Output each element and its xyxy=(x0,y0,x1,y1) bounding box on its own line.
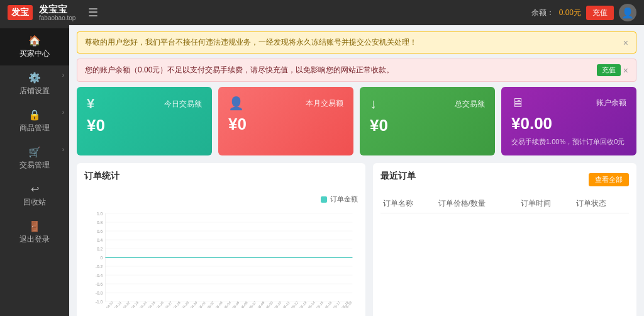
yuan-icon: ¥ xyxy=(87,96,94,112)
hamburger-icon[interactable]: ☰ xyxy=(88,6,98,20)
stat-card-header: ¥ 今日交易额 xyxy=(87,96,202,112)
legend-label: 订单金额 xyxy=(330,195,358,204)
sidebar-item-label: 回收站 xyxy=(23,197,46,208)
warning-alert: 尊敬的用户您好，我们平台不接任何违法违规业务，一经发现将永久冻结账号并提交公安机… xyxy=(77,31,636,54)
col-order-name: 订单名称 xyxy=(380,195,436,213)
orders-table: 订单名称 订单价格/数量 订单时间 订单状态 xyxy=(380,195,629,213)
total-amount: ¥0 xyxy=(370,116,485,135)
logout-icon: 🚪 xyxy=(28,220,41,232)
svg-text:0.6: 0.6 xyxy=(97,228,103,234)
chevron-right-icon: › xyxy=(62,146,64,153)
order-stats-title: 订单统计 xyxy=(84,171,119,182)
svg-text:-0.2: -0.2 xyxy=(96,263,103,269)
pink-alert: 您的账户余额（0.00元）不足以支付交易手续费，请尽快充值，以免影响您的网站正常… xyxy=(77,59,636,82)
sidebar-item-recycle[interactable]: ↩ 回收站 xyxy=(0,177,69,214)
monitor-icon: 🖥 xyxy=(511,96,524,110)
cart-icon: 🛒 xyxy=(28,146,41,158)
chart-container: 1.0 0.8 0.6 0.4 0.2 0 -0.2 -0.4 -0.6 -0.… xyxy=(84,207,358,316)
chart-legend: 订单金额 xyxy=(84,195,358,204)
balance-card-amount: ¥0.00 xyxy=(511,114,626,133)
avatar-icon: 👤 xyxy=(621,7,634,19)
col-order-time: 订单时间 xyxy=(518,195,574,213)
month-amount: ¥0 xyxy=(228,115,343,134)
svg-text:-1.0: -1.0 xyxy=(96,298,103,305)
sidebar-item-label: 退出登录 xyxy=(19,234,50,245)
stat-card-header: ↓ 总交易额 xyxy=(370,96,485,112)
sidebar-item-label: 商品管理 xyxy=(19,123,50,133)
pink-recharge-button[interactable]: 充值 xyxy=(597,64,621,76)
chevron-right-icon: › xyxy=(62,72,64,79)
chevron-right-icon: › xyxy=(62,109,64,116)
main-content: 尊敬的用户您好，我们平台不接任何违法违规业务，一经发现将永久冻结账号并提交公安机… xyxy=(69,25,644,316)
legend-dot xyxy=(321,196,327,203)
col-order-price: 订单价格/数量 xyxy=(436,195,518,213)
logo-en: fabaobao.top xyxy=(39,14,75,21)
stat-card-today: ¥ 今日交易额 ¥0 xyxy=(77,87,212,155)
recent-orders-panel: 最近订单 查看全部 订单名称 订单价格/数量 订单时间 订单状态 xyxy=(373,163,636,316)
svg-text:1.0: 1.0 xyxy=(97,210,103,217)
col-order-status: 订单状态 xyxy=(574,195,629,213)
stat-card-balance: 🖥 账户余额 ¥0.00 交易手续费1.00%，预计订单回收0元 xyxy=(501,87,636,155)
balance-card-sub: 交易手续费1.00%，预计订单回收0元 xyxy=(511,137,626,147)
svg-text:-0.6: -0.6 xyxy=(96,281,103,287)
logo-box: 发宝 xyxy=(8,5,33,20)
sidebar-item-label: 交易管理 xyxy=(19,160,50,171)
sidebar-item-label: 店铺设置 xyxy=(19,86,50,96)
svg-text:0.8: 0.8 xyxy=(97,219,103,225)
svg-text:-0.8: -0.8 xyxy=(96,290,103,296)
lock-icon: 🔒 xyxy=(28,109,41,121)
avatar[interactable]: 👤 xyxy=(619,4,636,21)
svg-text:0: 0 xyxy=(101,254,103,261)
sidebar-item-products[interactable]: 🔒 商品管理 › xyxy=(0,103,69,140)
stat-cards: ¥ 今日交易额 ¥0 👤 本月交易额 ¥0 ↓ 总交易额 ¥0 xyxy=(77,87,636,155)
panel-header: 订单统计 xyxy=(84,171,358,188)
user-icon: 👤 xyxy=(228,96,244,111)
sidebar-item-shop[interactable]: ⚙️ 店铺设置 › xyxy=(0,65,69,103)
order-chart: 1.0 0.8 0.6 0.4 0.2 0 -0.2 -0.4 -0.6 -0.… xyxy=(84,207,358,308)
stat-card-total: ↓ 总交易额 ¥0 xyxy=(360,87,495,155)
month-label: 本月交易额 xyxy=(306,98,343,109)
sidebar: 🏠 买家中心 ⚙️ 店铺设置 › 🔒 商品管理 › 🛒 交易管理 › ↩ 回收站… xyxy=(0,25,69,316)
logo-area: 发宝 发宝宝 fabaobao.top ☰ xyxy=(8,4,98,21)
recent-orders-title: 最近订单 xyxy=(380,171,416,182)
stat-card-header: 🖥 账户余额 xyxy=(511,96,626,110)
svg-text:0.4: 0.4 xyxy=(97,237,103,243)
recycle-icon: ↩ xyxy=(31,183,39,195)
bottom-panels: 订单统计 订单金额 xyxy=(77,163,636,316)
order-stats-panel: 订单统计 订单金额 xyxy=(77,163,365,316)
sidebar-item-transactions[interactable]: 🛒 交易管理 › xyxy=(0,140,69,177)
logo-icon: 发宝 xyxy=(11,7,29,18)
sidebar-item-home[interactable]: 🏠 买家中心 xyxy=(0,28,69,65)
warning-close-button[interactable]: × xyxy=(623,38,628,48)
recharge-button[interactable]: 充值 xyxy=(586,6,614,20)
gear-icon: ⚙️ xyxy=(28,72,41,84)
logo-name: 发宝宝 fabaobao.top xyxy=(39,4,75,21)
pink-alert-text: 您的账户余额（0.00元）不足以支付交易手续费，请尽快充值，以免影响您的网站正常… xyxy=(85,65,394,76)
sidebar-item-label: 买家中心 xyxy=(19,48,50,59)
today-amount: ¥0 xyxy=(87,116,202,135)
pink-close-button[interactable]: × xyxy=(623,65,628,76)
balance-label: 余额： xyxy=(531,8,554,18)
header-right: 余额： 0.00元 充值 👤 xyxy=(531,4,636,21)
download-icon: ↓ xyxy=(370,96,377,112)
warning-alert-text: 尊敬的用户您好，我们平台不接任何违法违规业务，一经发现将永久冻结账号并提交公安机… xyxy=(85,37,417,48)
svg-text:-0.4: -0.4 xyxy=(96,272,103,278)
today-label: 今日交易额 xyxy=(164,99,202,110)
stat-card-header: 👤 本月交易额 xyxy=(228,96,343,111)
total-label: 总交易额 xyxy=(455,99,485,110)
svg-text:0.2: 0.2 xyxy=(97,245,103,252)
balance-value: 0.00元 xyxy=(559,8,581,18)
main-layout: 🏠 买家中心 ⚙️ 店铺设置 › 🔒 商品管理 › 🛒 交易管理 › ↩ 回收站… xyxy=(0,25,644,316)
home-icon: 🏠 xyxy=(28,35,41,47)
view-all-button[interactable]: 查看全部 xyxy=(589,173,629,186)
balance-card-label: 账户余额 xyxy=(596,98,626,108)
panel-header: 最近订单 查看全部 xyxy=(380,171,629,188)
stat-card-month: 👤 本月交易额 ¥0 xyxy=(218,87,353,155)
top-header: 发宝 发宝宝 fabaobao.top ☰ 余额： 0.00元 充值 👤 xyxy=(0,0,644,25)
sidebar-item-logout[interactable]: 🚪 退出登录 xyxy=(0,214,69,251)
